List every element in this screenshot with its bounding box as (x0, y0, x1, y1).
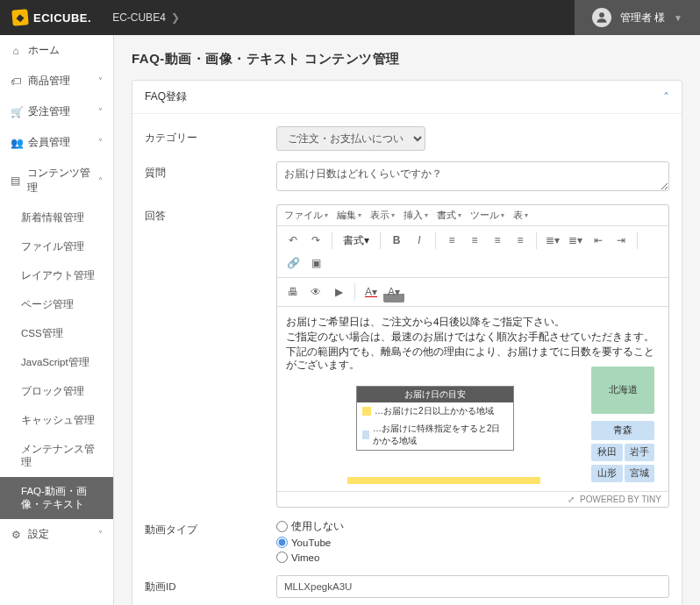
swatch-yellow-icon (362, 407, 371, 416)
chevron-down-icon: ˅ (98, 138, 103, 147)
card-header[interactable]: FAQ登録 ˄ (132, 81, 682, 114)
chevron-down-icon: ˅ (98, 76, 103, 86)
home-icon: ⌂ (11, 45, 21, 57)
italic-icon[interactable]: I (409, 230, 430, 251)
link-icon[interactable]: 🔗 (282, 253, 304, 274)
map-tile-hokkaido: 北海道 (591, 367, 654, 414)
delivery-legend: お届け日の目安 …お届けに2日以上かかる地域 …お届けに特殊指定をすると2日かか… (356, 386, 514, 451)
chevron-down-icon: ˅ (98, 530, 103, 539)
answer-line2: ご指定のない場合は、最速のお届けではなく順次お手配させていただきます。 (286, 331, 660, 344)
editor-menu-format[interactable]: 書式▾ (437, 209, 461, 222)
align-center-icon[interactable]: ≡ (464, 230, 485, 251)
sidebar-item-content[interactable]: ▤コンテンツ管理 ˄ (0, 158, 113, 203)
rich-text-editor: ファイル▾ 編集▾ 表示▾ 挿入▾ 書式▾ ツール▾ 表▾ ↶ ↷ (276, 204, 669, 508)
list-number-icon[interactable]: ≣▾ (565, 230, 586, 251)
sidebar-item-files[interactable]: ファイル管理 (0, 232, 113, 261)
align-right-icon[interactable]: ≡ (487, 230, 508, 251)
topbar: ◆ ECICUBE. EC-CUBE4 ❯ 管理者 様 ▼ (0, 0, 700, 35)
answer-line1: お届けご希望日は、ご注文から4日後以降をご指定下さい。 (286, 316, 660, 329)
map-tile-yamagata: 山形 (591, 465, 623, 482)
editor-powered-by: POWERED BY TINY (580, 495, 661, 504)
backcolor-icon[interactable]: A▾ (383, 281, 404, 302)
sidebar-item-news[interactable]: 新着情報管理 (0, 203, 113, 232)
align-justify-icon[interactable]: ≡ (510, 230, 531, 251)
map-tile-miyagi: 宮城 (625, 465, 654, 482)
map-tile-akita: 秋田 (591, 444, 623, 461)
outdent-icon[interactable]: ⇤ (588, 230, 609, 251)
collapse-icon[interactable]: ˄ (663, 90, 669, 104)
resize-icon[interactable]: ⤢ (568, 495, 575, 504)
image-icon[interactable]: ▣ (305, 253, 326, 274)
sidebar-item-members[interactable]: 👥会員管理 ˅ (0, 127, 113, 158)
movieid-input[interactable] (276, 575, 669, 598)
map-tile-aomori: 青森 (591, 421, 654, 440)
label-movietype: 動画タイプ (145, 518, 276, 537)
sidebar-item-block[interactable]: ブロック管理 (0, 377, 113, 406)
question-textarea[interactable]: お届け日数はどれくらいですか？ (276, 161, 669, 191)
document-icon: ▤ (11, 174, 20, 187)
indent-icon[interactable]: ⇥ (611, 230, 632, 251)
label-movieid: 動画ID (145, 575, 276, 594)
forecolor-icon[interactable]: A▾ (361, 281, 382, 302)
chevron-down-icon: ˅ (98, 107, 103, 117)
yellow-strip (347, 477, 540, 484)
label-question: 質問 (145, 161, 276, 180)
label-answer: 回答 (145, 204, 276, 223)
redo-icon[interactable]: ↷ (305, 230, 326, 251)
page-title: FAQ-動画・画像・テキスト コンテンツ管理 (132, 51, 682, 68)
align-left-icon[interactable]: ≡ (441, 230, 462, 251)
sidebar-item-js[interactable]: JavaScript管理 (0, 348, 113, 377)
print-icon[interactable]: 🖶 (282, 281, 304, 302)
sidebar-item-products[interactable]: 🏷商品管理 ˅ (0, 66, 113, 96)
user-avatar-icon (592, 8, 611, 27)
chevron-up-icon: ˄ (98, 176, 103, 186)
main-content: FAQ-動画・画像・テキスト コンテンツ管理 FAQ登録 ˄ カテゴリー ご注文… (114, 35, 700, 605)
editor-menu-edit[interactable]: 編集▾ (337, 209, 361, 222)
cube-logo-icon: ◆ (11, 9, 29, 26)
sidebar-item-maint[interactable]: メンテナンス管理 (0, 435, 113, 477)
card-title: FAQ登録 (145, 89, 187, 104)
preview-icon[interactable]: 👁 (305, 281, 326, 302)
users-icon: 👥 (11, 137, 21, 149)
editor-toolbar-row2: 🖶 👁 ▶ A▾ A▾ (277, 278, 668, 307)
editor-menu-view[interactable]: 表示▾ (370, 209, 395, 222)
bold-icon[interactable]: B (386, 230, 407, 251)
editor-menubar: ファイル▾ 編集▾ 表示▾ 挿入▾ 書式▾ ツール▾ 表▾ (277, 205, 668, 226)
sidebar-item-css[interactable]: CSS管理 (0, 319, 113, 348)
undo-icon[interactable]: ↶ (282, 230, 304, 251)
editor-menu-table[interactable]: 表▾ (513, 209, 528, 222)
sidebar-item-cache[interactable]: キャッシュ管理 (0, 406, 113, 435)
sidebar-item-pages[interactable]: ページ管理 (0, 290, 113, 319)
sidebar-item-settings[interactable]: ⚙設定 ˅ (0, 519, 113, 550)
movietype-youtube[interactable]: YouTube (276, 535, 669, 550)
sidebar-item-layout[interactable]: レイアウト管理 (0, 261, 113, 290)
sidebar-item-orders[interactable]: 🛒受注管理 ˅ (0, 96, 113, 127)
list-bullet-icon[interactable]: ≣▾ (542, 230, 563, 251)
style-dropdown[interactable]: 書式▾ (338, 233, 375, 248)
breadcrumb-root: EC-CUBE4 (112, 11, 166, 24)
legend-title: お届け日の目安 (357, 387, 513, 402)
sidebar: ⌂ホーム 🏷商品管理 ˅ 🛒受注管理 ˅ 👥会員管理 ˅ ▤コンテンツ管理 ˄ … (0, 35, 114, 605)
sidebar-item-faq[interactable]: FAQ-動画・画像・テキスト (0, 477, 113, 519)
media-icon[interactable]: ▶ (328, 281, 349, 302)
brand[interactable]: ◆ ECICUBE. (0, 10, 91, 25)
editor-toolbar-row1: ↶ ↷ 書式▾ B I ≡ ≡ ≡ ≡ (277, 226, 668, 278)
editor-content-area[interactable]: お届けご希望日は、ご注文から4日後以降をご指定下さい。 ご指定のない場合は、最速… (277, 307, 668, 491)
movietype-none[interactable]: 使用しない (276, 518, 669, 535)
user-name: 管理者 様 (620, 11, 665, 25)
editor-menu-insert[interactable]: 挿入▾ (404, 209, 428, 222)
editor-menu-tools[interactable]: ツール▾ (470, 209, 504, 222)
tag-icon: 🏷 (11, 75, 21, 88)
movietype-vimeo[interactable]: Vimeo (276, 550, 669, 565)
chevron-down-icon: ▼ (674, 13, 682, 23)
sidebar-item-home[interactable]: ⌂ホーム (0, 35, 113, 66)
user-menu[interactable]: 管理者 様 ▼ (575, 0, 700, 35)
map-tile-iwate: 岩手 (625, 444, 654, 461)
swatch-blue-icon (362, 431, 369, 439)
chevron-right-icon: ❯ (171, 11, 180, 24)
breadcrumb[interactable]: EC-CUBE4 ❯ (112, 11, 180, 24)
editor-menu-file[interactable]: ファイル▾ (284, 209, 328, 222)
editor-footer: ⤢ POWERED BY TINY (277, 491, 668, 507)
category-select[interactable]: ご注文・お支払いについて (276, 126, 425, 151)
brand-text: ECICUBE. (33, 11, 91, 25)
